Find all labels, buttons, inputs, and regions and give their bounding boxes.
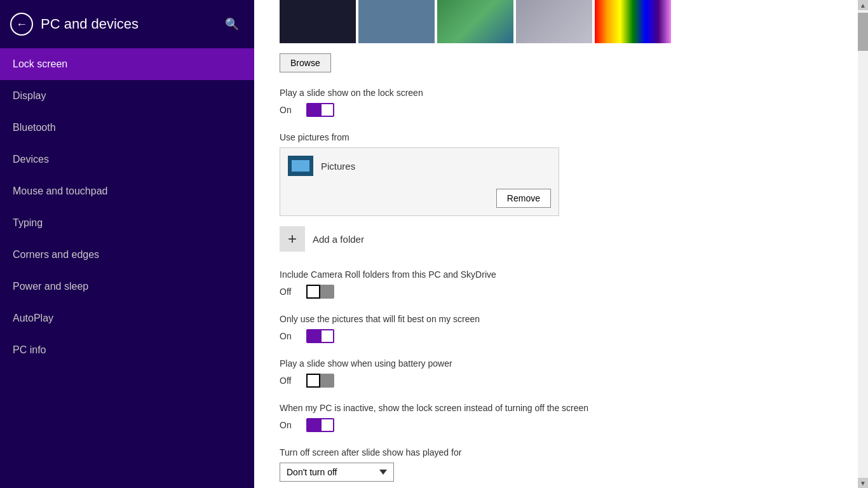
fit-screen-toggle[interactable] [306,329,334,343]
battery-status: Off [280,376,299,386]
turnoff-label: Turn off screen after slide show has pla… [280,447,843,458]
fit-screen-toggle-row: On [280,329,843,343]
browse-button[interactable]: Browse [280,53,331,72]
battery-label: Play a slide show when using battery pow… [280,358,843,369]
main-content: Browse Play a slide show on the lock scr… [254,0,868,488]
thumbnail-5[interactable] [595,0,671,43]
remove-button[interactable]: Remove [496,189,551,208]
inactive-status: On [280,420,299,430]
battery-toggle-row: Off [280,374,843,388]
camera-roll-toggle-row: Off [280,285,843,299]
sidebar-item-display[interactable]: Display [0,80,254,112]
thumbnail-2[interactable] [358,0,435,43]
sidebar-nav: Lock screen Display Bluetooth Devices Mo… [0,48,254,366]
sidebar-item-autoplay[interactable]: AutoPlay [0,302,254,334]
back-button[interactable]: ← [10,13,33,36]
sidebar-item-bluetooth[interactable]: Bluetooth [0,112,254,144]
sidebar-item-mouse-touchpad[interactable]: Mouse and touchpad [0,175,254,207]
pictures-box: Pictures Remove [280,147,559,216]
camera-roll-toggle[interactable] [306,285,334,299]
scrollbar-up[interactable]: ▲ [858,0,868,10]
sidebar-item-typing[interactable]: Typing [0,207,254,239]
inactive-toggle[interactable] [306,418,334,432]
turnoff-dropdown[interactable]: Don't turn off 5 minutes 10 minutes 30 m… [280,463,394,482]
inactive-toggle-row: On [280,418,843,432]
camera-roll-status: Off [280,287,299,297]
add-folder-label: Add a folder [313,234,364,245]
sidebar: ← PC and devices 🔍 Lock screen Display B… [0,0,254,488]
sidebar-title: PC and devices [41,16,139,32]
thumbnail-1[interactable] [280,0,356,43]
inactive-label: When my PC is inactive, show the lock sc… [280,403,843,413]
thumbnail-row [280,0,843,43]
fit-screen-label: Only use the pictures that will fit best… [280,314,843,324]
slideshow-toggle[interactable] [306,103,334,117]
sidebar-header: ← PC and devices 🔍 [0,0,254,48]
remove-area: Remove [280,184,559,215]
scrollbar-thumb[interactable] [858,13,868,51]
sidebar-item-lock-screen[interactable]: Lock screen [0,48,254,80]
camera-roll-label: Include Camera Roll folders from this PC… [280,269,843,280]
sidebar-item-power-sleep[interactable]: Power and sleep [0,271,254,302]
pictures-row: Pictures [280,148,559,184]
search-button[interactable]: 🔍 [222,15,241,34]
slideshow-label: Play a slide show on the lock screen [280,88,843,98]
slideshow-status: On [280,105,299,115]
add-folder-icon: + [280,226,305,252]
pictures-folder-icon [288,156,313,176]
sidebar-item-devices[interactable]: Devices [0,144,254,175]
pictures-icon-inner [292,160,309,172]
sidebar-item-pc-info[interactable]: PC info [0,334,254,366]
scrollbar: ▲ ▼ [858,0,868,488]
add-folder-row[interactable]: + Add a folder [280,226,843,252]
pictures-name: Pictures [321,161,355,172]
battery-toggle[interactable] [306,374,334,388]
sidebar-item-corners-edges[interactable]: Corners and edges [0,239,254,271]
thumbnail-4[interactable] [516,0,592,43]
slideshow-toggle-row: On [280,103,843,117]
thumbnail-3[interactable] [437,0,513,43]
fit-screen-status: On [280,331,299,341]
scrollbar-down[interactable]: ▼ [858,478,868,488]
use-pictures-label: Use pictures from [280,132,843,142]
